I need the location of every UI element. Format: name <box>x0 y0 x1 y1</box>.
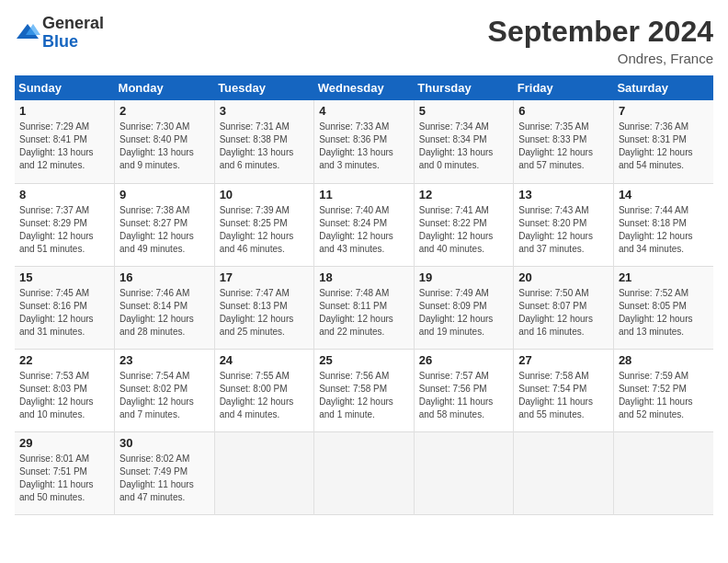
day-info: Sunrise: 7:54 AMSunset: 8:02 PMDaylight:… <box>119 370 210 421</box>
calendar-cell: 27Sunrise: 7:58 AMSunset: 7:54 PMDayligh… <box>514 349 614 431</box>
day-info: Sunrise: 7:44 AMSunset: 8:18 PMDaylight:… <box>619 204 709 256</box>
day-number: 20 <box>518 270 609 284</box>
day-number: 13 <box>518 188 609 201</box>
day-number: 22 <box>19 353 109 367</box>
day-number: 21 <box>619 270 709 284</box>
calendar-cell: 15Sunrise: 7:45 AMSunset: 8:16 PMDayligh… <box>15 266 115 349</box>
calendar-cell: 17Sunrise: 7:47 AMSunset: 8:13 PMDayligh… <box>214 266 314 349</box>
day-info: Sunrise: 7:39 AMSunset: 8:25 PMDaylight:… <box>220 204 310 256</box>
day-info: Sunrise: 7:55 AMSunset: 8:00 PMDaylight:… <box>220 370 310 421</box>
weekday-header-wednesday: Wednesday <box>314 75 415 100</box>
day-number: 29 <box>19 436 109 450</box>
day-number: 26 <box>419 353 509 367</box>
weekday-header-sunday: Sunday <box>15 75 115 100</box>
day-number: 3 <box>220 104 310 118</box>
calendar-cell: 5Sunrise: 7:34 AMSunset: 8:34 PMDaylight… <box>414 100 514 183</box>
calendar-cell: 13Sunrise: 7:43 AMSunset: 8:20 PMDayligh… <box>514 183 614 266</box>
day-info: Sunrise: 7:57 AMSunset: 7:56 PMDaylight:… <box>419 370 509 421</box>
calendar-cell: 14Sunrise: 7:44 AMSunset: 8:18 PMDayligh… <box>613 183 713 266</box>
calendar-cell: 9Sunrise: 7:38 AMSunset: 8:27 PMDaylight… <box>115 183 215 266</box>
calendar-cell: 18Sunrise: 7:48 AMSunset: 8:11 PMDayligh… <box>314 266 415 349</box>
day-number: 16 <box>119 270 210 284</box>
day-info: Sunrise: 7:46 AMSunset: 8:14 PMDaylight:… <box>119 287 210 339</box>
calendar-week-row: 1Sunrise: 7:29 AMSunset: 8:41 PMDaylight… <box>15 100 713 183</box>
day-info: Sunrise: 7:52 AMSunset: 8:05 PMDaylight:… <box>619 287 709 339</box>
page-header: General Blue September 2024 Ondres, Fran… <box>15 15 713 66</box>
calendar-cell: 2Sunrise: 7:30 AMSunset: 8:40 PMDaylight… <box>115 100 215 183</box>
day-number: 7 <box>619 104 709 118</box>
day-info: Sunrise: 7:56 AMSunset: 7:58 PMDaylight:… <box>319 370 409 421</box>
day-info: Sunrise: 7:59 AMSunset: 7:52 PMDaylight:… <box>619 370 709 421</box>
calendar-cell <box>613 431 713 514</box>
calendar-cell: 16Sunrise: 7:46 AMSunset: 8:14 PMDayligh… <box>115 266 215 349</box>
logo: General Blue <box>15 15 104 52</box>
day-info: Sunrise: 7:37 AMSunset: 8:29 PMDaylight:… <box>19 204 109 256</box>
day-info: Sunrise: 8:01 AMSunset: 7:51 PMDaylight:… <box>19 453 109 504</box>
calendar-cell: 20Sunrise: 7:50 AMSunset: 8:07 PMDayligh… <box>514 266 614 349</box>
logo-general: General <box>42 15 104 33</box>
day-number: 24 <box>220 353 310 367</box>
day-number: 12 <box>419 188 509 201</box>
day-number: 5 <box>419 104 509 118</box>
day-info: Sunrise: 7:40 AMSunset: 8:24 PMDaylight:… <box>319 204 409 256</box>
calendar-cell: 26Sunrise: 7:57 AMSunset: 7:56 PMDayligh… <box>414 349 514 431</box>
day-number: 23 <box>119 353 210 367</box>
calendar-cell <box>414 431 514 514</box>
day-number: 17 <box>220 270 310 284</box>
calendar-cell: 24Sunrise: 7:55 AMSunset: 8:00 PMDayligh… <box>214 349 314 431</box>
calendar-cell <box>214 431 314 514</box>
day-number: 15 <box>19 270 109 284</box>
calendar-cell: 3Sunrise: 7:31 AMSunset: 8:38 PMDaylight… <box>214 100 314 183</box>
day-info: Sunrise: 7:43 AMSunset: 8:20 PMDaylight:… <box>518 204 609 256</box>
weekday-header-thursday: Thursday <box>414 75 514 100</box>
day-info: Sunrise: 7:47 AMSunset: 8:13 PMDaylight:… <box>220 287 310 339</box>
calendar-cell: 8Sunrise: 7:37 AMSunset: 8:29 PMDaylight… <box>15 183 115 266</box>
calendar-cell: 1Sunrise: 7:29 AMSunset: 8:41 PMDaylight… <box>15 100 115 183</box>
calendar-cell: 29Sunrise: 8:01 AMSunset: 7:51 PMDayligh… <box>15 431 115 514</box>
calendar-cell: 10Sunrise: 7:39 AMSunset: 8:25 PMDayligh… <box>214 183 314 266</box>
calendar-week-row: 22Sunrise: 7:53 AMSunset: 8:03 PMDayligh… <box>15 349 713 431</box>
day-number: 9 <box>119 188 210 201</box>
day-number: 14 <box>619 188 709 201</box>
calendar-week-row: 29Sunrise: 8:01 AMSunset: 7:51 PMDayligh… <box>15 431 713 514</box>
day-info: Sunrise: 7:30 AMSunset: 8:40 PMDaylight:… <box>119 121 210 172</box>
calendar-table: SundayMondayTuesdayWednesdayThursdayFrid… <box>15 75 713 515</box>
calendar-week-row: 15Sunrise: 7:45 AMSunset: 8:16 PMDayligh… <box>15 266 713 349</box>
calendar-cell: 30Sunrise: 8:02 AMSunset: 7:49 PMDayligh… <box>115 431 215 514</box>
calendar-cell: 22Sunrise: 7:53 AMSunset: 8:03 PMDayligh… <box>15 349 115 431</box>
day-info: Sunrise: 7:29 AMSunset: 8:41 PMDaylight:… <box>19 121 109 172</box>
weekday-header-monday: Monday <box>115 75 215 100</box>
calendar-cell <box>514 431 614 514</box>
day-info: Sunrise: 7:36 AMSunset: 8:31 PMDaylight:… <box>619 121 709 172</box>
calendar-cell: 25Sunrise: 7:56 AMSunset: 7:58 PMDayligh… <box>314 349 415 431</box>
calendar-cell: 4Sunrise: 7:33 AMSunset: 8:36 PMDaylight… <box>314 100 415 183</box>
day-number: 11 <box>319 188 409 201</box>
calendar-header-row: SundayMondayTuesdayWednesdayThursdayFrid… <box>15 75 713 100</box>
calendar-cell: 7Sunrise: 7:36 AMSunset: 8:31 PMDaylight… <box>613 100 713 183</box>
location: Ondres, France <box>488 51 713 66</box>
day-info: Sunrise: 7:33 AMSunset: 8:36 PMDaylight:… <box>319 121 409 172</box>
day-number: 19 <box>419 270 509 284</box>
day-number: 1 <box>19 104 109 118</box>
day-number: 10 <box>220 188 310 201</box>
day-info: Sunrise: 7:53 AMSunset: 8:03 PMDaylight:… <box>19 370 109 421</box>
day-info: Sunrise: 7:35 AMSunset: 8:33 PMDaylight:… <box>518 121 609 172</box>
calendar-week-row: 8Sunrise: 7:37 AMSunset: 8:29 PMDaylight… <box>15 183 713 266</box>
calendar-cell: 19Sunrise: 7:49 AMSunset: 8:09 PMDayligh… <box>414 266 514 349</box>
calendar-cell: 6Sunrise: 7:35 AMSunset: 8:33 PMDaylight… <box>514 100 614 183</box>
day-number: 4 <box>319 104 409 118</box>
calendar-body: 1Sunrise: 7:29 AMSunset: 8:41 PMDaylight… <box>15 100 713 514</box>
day-info: Sunrise: 8:02 AMSunset: 7:49 PMDaylight:… <box>119 453 210 504</box>
logo-blue: Blue <box>42 33 104 52</box>
day-info: Sunrise: 7:58 AMSunset: 7:54 PMDaylight:… <box>518 370 609 421</box>
day-number: 6 <box>518 104 609 118</box>
day-number: 28 <box>619 353 709 367</box>
day-number: 25 <box>319 353 409 367</box>
calendar-cell <box>314 431 415 514</box>
day-number: 8 <box>19 188 109 201</box>
day-info: Sunrise: 7:38 AMSunset: 8:27 PMDaylight:… <box>119 204 210 256</box>
calendar-cell: 21Sunrise: 7:52 AMSunset: 8:05 PMDayligh… <box>613 266 713 349</box>
day-info: Sunrise: 7:49 AMSunset: 8:09 PMDaylight:… <box>419 287 509 339</box>
day-info: Sunrise: 7:45 AMSunset: 8:16 PMDaylight:… <box>19 287 109 339</box>
calendar-cell: 23Sunrise: 7:54 AMSunset: 8:02 PMDayligh… <box>115 349 215 431</box>
